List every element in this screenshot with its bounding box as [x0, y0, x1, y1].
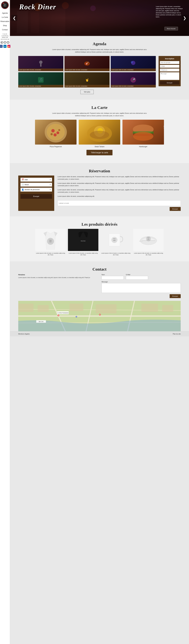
svg-point-28 [51, 133, 53, 135]
hero-title: Rock Diner [19, 3, 56, 11]
agenda-card-3-label: Lorem ipsum dolor sit amet, consectetur [111, 68, 156, 71]
reservation-submit-button[interactable]: Envoyer [21, 194, 52, 199]
agenda-card-3[interactable]: Lorem ipsum dolor sit amet, consectetur [111, 56, 156, 71]
message-label: Message [102, 281, 181, 282]
carte-section: La Carte Lorem ipsum dolor sit amet, con… [10, 100, 189, 163]
produit-mug[interactable]: Rock Diner Lorem ipsum d olor sit amet, … [101, 229, 131, 256]
telecharger-carte-button[interactable]: Télécharger la carte [86, 150, 113, 155]
date-select[interactable]: Date [21, 178, 52, 182]
agenda-row-2: 🎵 Lorem ipsum dolor sit amet, consectetu… [18, 72, 156, 88]
sidebar-item-reservation[interactable]: Réservation [0, 19, 10, 24]
svg-point-33 [90, 131, 109, 139]
agenda-card-5[interactable]: 🤘 Lorem ipsum dolor sit amet, consectetu… [65, 72, 110, 88]
plan-du-site-link[interactable]: Plan du site [173, 333, 181, 335]
play-button[interactable]: ▶ [1, 41, 3, 44]
sidebar-nav: Agenda La Carte Réservation Shop Contact [0, 11, 10, 32]
contact-nom-input[interactable] [102, 276, 124, 280]
svg-rect-68 [69, 304, 83, 311]
produit-cap[interactable]: Rock Diner Lorem ipsum d olor sit amet, … [133, 229, 164, 256]
svg-text:Rock: Rock [147, 238, 149, 238]
contact-message-textarea[interactable] [102, 283, 181, 293]
sidebar-item-agenda[interactable]: Agenda [0, 11, 10, 15]
svg-rect-66 [18, 304, 34, 312]
contact-fields-row: Nom E-Mail [102, 274, 181, 281]
sidebar-item-carte[interactable]: La Carte [0, 15, 10, 19]
people-arrow-icon: ▼ [50, 189, 51, 190]
nom-groupe-input[interactable] [160, 61, 179, 64]
inscription-title: Inscription [160, 58, 179, 60]
facebook-link[interactable]: f [0, 45, 3, 48]
svg-rect-6 [17, 11, 28, 33]
svg-point-29 [58, 129, 60, 131]
people-select[interactable]: Nombre de personnes [21, 188, 52, 192]
time-select[interactable]: Heure [21, 183, 52, 186]
agenda-card-5-label: Lorem ipsum dolor sit amet, consectetur [65, 85, 110, 88]
svg-rect-69 [96, 304, 116, 313]
contact-nom-group: Nom [102, 274, 124, 281]
avis-submit-button[interactable]: Envoyer [170, 207, 181, 211]
reservation-para-2: Lorem ipsum dolor sit amet, consectetur … [58, 182, 181, 187]
avis-input[interactable] [58, 200, 181, 206]
produit-tshirt[interactable]: Rock Diner Lorem ipsum d olor sit amet, … [35, 229, 66, 256]
svg-point-17 [131, 61, 133, 63]
instagram-link[interactable]: ig [7, 45, 10, 48]
produit-tank-desc: Lorem ipsum d olor sit amet, co nsectetu… [68, 252, 98, 256]
contact-submit-button[interactable]: Envoyer [170, 294, 181, 298]
message-textarea[interactable] [160, 72, 179, 80]
agenda-card-1-label: Lorem ipsum dolor sit amet, consectetur [18, 68, 63, 71]
inscription-submit-button[interactable]: Envoyer [160, 81, 179, 84]
produit-mug-desc: Lorem ipsum d olor sit amet, co nsectetu… [101, 252, 131, 256]
person-icon: 👤 [22, 188, 24, 191]
carte-item-burger: 🍴 Hamburger [122, 120, 164, 148]
agenda-card-2-label: Lorem ipsum dolor sit amet, consectetur [65, 68, 110, 71]
nous-trouver-button[interactable]: Nous trouver [164, 27, 178, 30]
agenda-description: Lorem ipsum dolor sit amet, consectetur … [51, 48, 148, 53]
svg-rect-13 [40, 64, 42, 66]
agenda-section: Agenda Lorem ipsum dolor sit amet, conse… [10, 36, 189, 100]
svg-point-3 [3, 3, 4, 4]
sidebar-logo: Rock Diner [1, 2, 9, 9]
reservation-title: Réservation [18, 168, 181, 173]
svg-rect-70 [141, 304, 158, 312]
svg-point-25 [51, 129, 55, 132]
contact-title: Contact [18, 267, 181, 272]
mug-image: Rock Diner [101, 229, 131, 251]
sidebar-item-shop[interactable]: Shop [0, 24, 10, 28]
pizza-image [35, 120, 77, 144]
agenda-card-6[interactable]: 🎤 Lorem ipsum dolor sit amet, consectetu… [111, 72, 156, 88]
voir-plus-button[interactable]: Voir plus [80, 90, 94, 94]
nom-label: Nom [102, 274, 124, 276]
menu-button[interactable]: ☰ [7, 41, 9, 44]
svg-point-27 [54, 133, 57, 136]
hero-prev-button[interactable]: ❮ [11, 15, 17, 21]
contact-email-input[interactable] [126, 276, 148, 280]
agenda-card-4-label: Lorem ipsum dolor sit amet, consectetur [18, 85, 63, 88]
mentions-legales-link[interactable]: Mentions légales [18, 333, 30, 335]
hero-next-button[interactable]: ❯ [182, 15, 187, 21]
linkedin-link[interactable]: in [4, 45, 7, 48]
svg-text:🎸: 🎸 [85, 62, 89, 65]
produit-tank[interactable]: Rock Diner Lorem ipsum d olor sit amet, … [68, 229, 98, 256]
sidebar-item-contact[interactable]: Contact [0, 28, 10, 32]
svg-text:Rock: Rock [113, 238, 116, 239]
reservation-section: Réservation 📅 Date ▼ 🕐 Heure ▼ [10, 163, 189, 216]
svg-text:Diner: Diner [113, 240, 116, 241]
agenda-card-1[interactable]: Lorem ipsum dolor sit amet, consectetur [18, 56, 63, 71]
svg-rect-67 [38, 305, 49, 312]
carte-description: Lorem ipsum dolor sit amet, consectetur … [51, 112, 148, 117]
main-content: Rock Diner Lorem ipsum dolor sit amet, c… [10, 0, 189, 336]
pause-button[interactable]: ⏸ [4, 41, 6, 44]
svg-point-77 [76, 316, 77, 317]
svg-rect-71 [162, 305, 173, 312]
svg-text:Le Dîner Roubaisien: Le Dîner Roubaisien [57, 312, 69, 314]
telephone-input[interactable] [160, 68, 179, 72]
svg-point-10 [62, 2, 69, 9]
svg-text:Rock: Rock [49, 240, 52, 241]
email-input[interactable] [160, 65, 179, 68]
tshirt-image: Rock Diner [35, 229, 66, 251]
reservation-layout: 📅 Date ▼ 🕐 Heure ▼ 👤 Nombre de [18, 176, 181, 211]
svg-point-37 [133, 132, 153, 141]
burger-name: Hamburger [122, 146, 164, 148]
agenda-card-4[interactable]: 🎵 Lorem ipsum dolor sit amet, consectetu… [18, 72, 63, 88]
agenda-card-2[interactable]: 🎸 Lorem ipsum dolor sit amet, consectetu… [65, 56, 110, 71]
